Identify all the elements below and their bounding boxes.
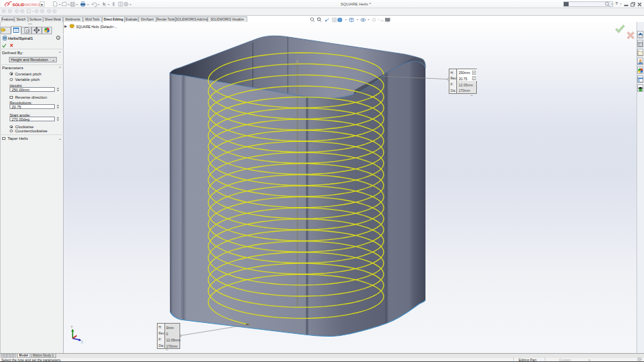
svg-text:SOLID: SOLID bbox=[12, 3, 25, 7]
svg-text:X: X bbox=[81, 340, 84, 344]
svg-text:WORKS: WORKS bbox=[25, 3, 40, 7]
svg-text:Y: Y bbox=[71, 325, 73, 329]
